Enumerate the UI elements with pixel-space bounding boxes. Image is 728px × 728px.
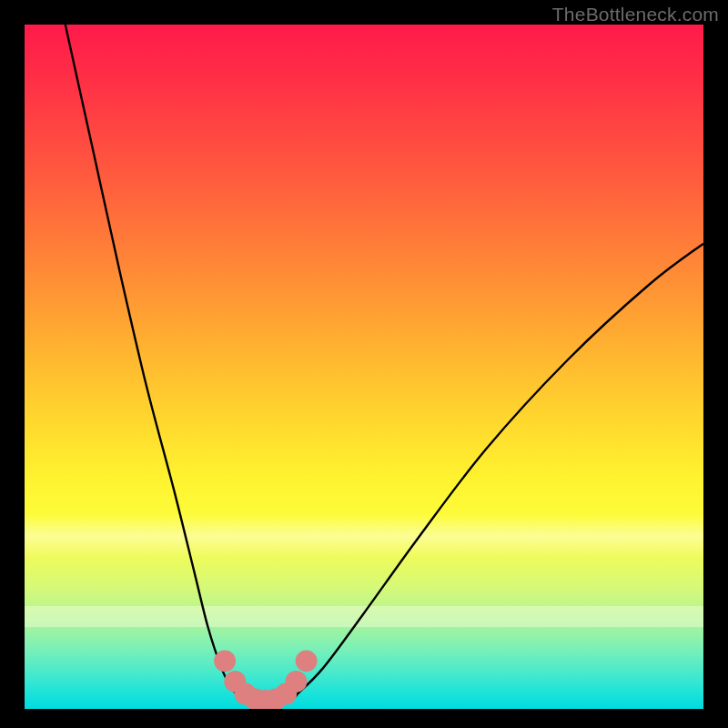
- curve-group: [66, 25, 703, 703]
- marker-group: [214, 650, 317, 709]
- watermark-text: TheBottleneck.com: [552, 4, 719, 25]
- plot-area: [25, 25, 703, 709]
- highlight-dot: [296, 650, 318, 672]
- chart-svg: [25, 25, 703, 709]
- outer-frame: TheBottleneck.com: [0, 0, 728, 728]
- bottleneck-curve: [66, 25, 703, 703]
- highlight-dot: [214, 650, 236, 672]
- highlight-dot: [285, 671, 307, 693]
